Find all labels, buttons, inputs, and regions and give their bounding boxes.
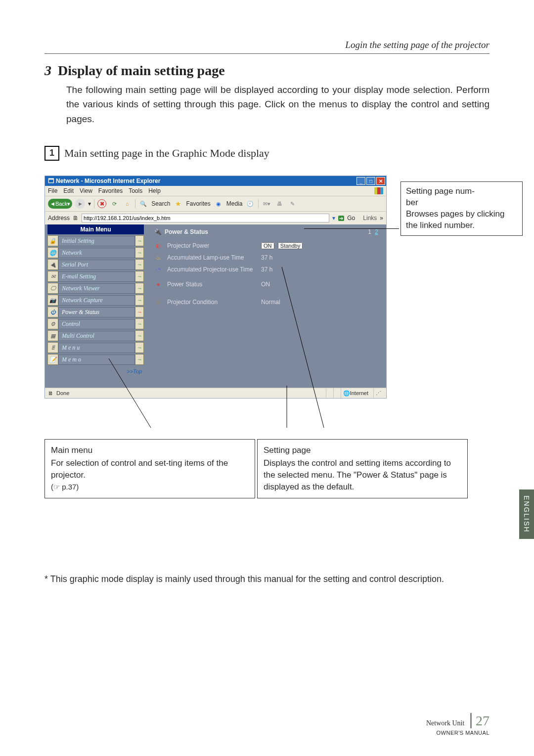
footer-subtitle: OWNER'S MANUAL bbox=[437, 730, 490, 736]
arrow-icon: → bbox=[135, 271, 144, 282]
menu-item-viewer[interactable]: 🖵 Network Viewer → bbox=[47, 283, 144, 294]
menu-edit[interactable]: Edit bbox=[63, 187, 74, 194]
arrow-icon: → bbox=[135, 318, 144, 329]
menu-item-label: Serial Port bbox=[58, 260, 135, 270]
menu-item-multi[interactable]: ▦ Multi Control → bbox=[47, 330, 144, 341]
on-button[interactable]: ON bbox=[261, 242, 274, 249]
search-icon[interactable]: 🔍 bbox=[138, 199, 148, 209]
favorites-icon[interactable]: ★ bbox=[173, 199, 183, 209]
standby-button[interactable]: Standby bbox=[278, 242, 303, 249]
row-power-status: ● Power Status ON bbox=[154, 281, 380, 288]
app-icon: 🗔 bbox=[48, 178, 54, 184]
menu-item-network[interactable]: 🌐 Network → bbox=[47, 247, 144, 258]
menu-item-label: M e m o bbox=[58, 355, 135, 365]
arrow-icon: → bbox=[135, 259, 144, 270]
media-label[interactable]: Media bbox=[226, 200, 243, 207]
browser-titlebar: 🗔 Network - Microsoft Internet Explorer … bbox=[45, 176, 386, 186]
intro-paragraph: The following main setting page will be … bbox=[66, 83, 490, 126]
page-header-caption: Login the setting page of the projector bbox=[44, 40, 490, 54]
browser-window: 🗔 Network - Microsoft Internet Explorer … bbox=[44, 176, 387, 399]
row-value: Normal bbox=[261, 299, 280, 306]
maximize-button[interactable]: □ bbox=[366, 177, 375, 185]
menu-item-label: Network bbox=[58, 248, 135, 258]
menu-item-control[interactable]: ⚙ Control → bbox=[47, 318, 144, 329]
edit-icon[interactable]: ✎ bbox=[287, 199, 297, 209]
search-label[interactable]: Search bbox=[151, 200, 170, 207]
sub-heading: 1 Main setting page in the Graphic Mode … bbox=[44, 146, 490, 161]
print-icon[interactable]: 🖶 bbox=[274, 199, 284, 209]
menu-item-menu[interactable]: 🎚 M e n u → bbox=[47, 342, 144, 353]
menu-file[interactable]: File bbox=[48, 187, 57, 194]
go-button[interactable]: ➔ bbox=[338, 216, 344, 221]
top-link[interactable]: >>Top bbox=[47, 366, 144, 374]
main-menu-title: Main Menu bbox=[47, 224, 144, 234]
menu-item-label: M e n u bbox=[58, 343, 135, 353]
menu-item-label: Multi Control bbox=[58, 331, 135, 341]
port-icon: 🔌 bbox=[47, 259, 58, 270]
page-2-link[interactable]: 2 bbox=[375, 228, 378, 235]
annot-title: Main menu bbox=[51, 445, 249, 456]
menu-item-serial[interactable]: 🔌 Serial Port → bbox=[47, 259, 144, 270]
row-label: Power Status bbox=[167, 281, 256, 288]
sub-heading-text: Main setting page in the Graphic Mode di… bbox=[64, 147, 269, 160]
arrow-icon: → bbox=[135, 354, 144, 365]
menu-help[interactable]: Help bbox=[148, 187, 161, 194]
home-button[interactable]: ⌂ bbox=[122, 199, 132, 209]
go-label: Go bbox=[347, 215, 355, 222]
annot-body: Displays the control and setting items a… bbox=[264, 458, 451, 491]
url-dropdown-icon[interactable]: ▾ bbox=[332, 215, 335, 222]
status-zone: 🌐 Internet bbox=[341, 388, 370, 398]
step-number: 3 bbox=[44, 63, 51, 78]
arrow-icon: → bbox=[135, 342, 144, 353]
menu-item-memo[interactable]: 📝 M e m o → bbox=[47, 354, 144, 365]
menu-item-initial[interactable]: 🔒 Initial Setting → bbox=[47, 235, 144, 246]
annotation-setting-page: Setting page Displays the control and se… bbox=[257, 439, 468, 498]
arrow-icon: → bbox=[135, 295, 144, 306]
links-label[interactable]: Links bbox=[363, 215, 377, 222]
back-button[interactable]: ◄ Back ▾ bbox=[48, 199, 72, 209]
main-menu-sidebar: Main Menu 🔒 Initial Setting → 🌐 Network … bbox=[45, 224, 146, 383]
menu-favorites[interactable]: Favorites bbox=[98, 187, 123, 194]
viewer-icon: 🖵 bbox=[47, 283, 58, 294]
zone-label: Internet bbox=[350, 390, 368, 396]
history-icon[interactable]: 🕘 bbox=[245, 199, 255, 209]
annotation-main-menu: Main menu For selection of control and s… bbox=[44, 439, 255, 498]
links-expand-icon[interactable]: » bbox=[380, 215, 383, 222]
menu-item-label: E-mail Setting bbox=[58, 271, 135, 282]
favorites-label[interactable]: Favorites bbox=[186, 200, 210, 207]
media-icon[interactable]: ◉ bbox=[214, 199, 223, 209]
menu-item-label: Control bbox=[58, 319, 135, 329]
arrow-icon: → bbox=[135, 330, 144, 341]
browser-menubar: File Edit View Favorites Tools Help bbox=[45, 186, 386, 196]
refresh-button[interactable]: ⟳ bbox=[109, 199, 119, 209]
lamp-icon: ♨ bbox=[154, 254, 162, 261]
menu-item-email[interactable]: ✉ E-mail Setting → bbox=[47, 271, 144, 282]
footer-title: Network Unit bbox=[426, 719, 464, 727]
menu-view[interactable]: View bbox=[80, 187, 92, 194]
done-icon: 🗎 bbox=[48, 390, 53, 396]
globe-icon: 🌐 bbox=[343, 390, 350, 397]
menu-item-label: Network Capture bbox=[58, 295, 135, 306]
menu-item-power[interactable]: ⏻ Power & Status → bbox=[47, 307, 144, 317]
close-button[interactable]: ✕ bbox=[376, 177, 385, 185]
row-proj-time: ◔ Accumulated Projector-use Time 37 h bbox=[154, 266, 380, 273]
menu-item-capture[interactable]: 📷 Network Capture → bbox=[47, 295, 144, 306]
clock-icon: ◔ bbox=[154, 266, 162, 273]
row-label: Accumulated Lamp-use Time bbox=[167, 254, 256, 261]
mail-icon[interactable]: ✉▾ bbox=[262, 199, 271, 209]
resize-grip-icon[interactable]: ⋰ bbox=[373, 388, 383, 398]
setting-panel: 🔌 Power & Status 1 2 ◐ Projector Power O… bbox=[146, 224, 386, 383]
section-title-text: Display of main setting page bbox=[54, 63, 225, 78]
menu-item-label: Initial Setting bbox=[58, 236, 135, 246]
minimize-button[interactable]: _ bbox=[356, 177, 365, 185]
address-bar: Address 🗎 ▾ ➔ Go Links » bbox=[45, 211, 386, 224]
url-input[interactable] bbox=[82, 214, 329, 222]
stop-button[interactable]: ✖ bbox=[97, 199, 106, 208]
panel-header: 🔌 Power & Status 1 2 bbox=[154, 228, 380, 235]
ie-flag-icon bbox=[374, 187, 383, 194]
panel-title: Power & Status bbox=[165, 228, 208, 235]
menu-tools[interactable]: Tools bbox=[129, 187, 142, 194]
page-number: 27 bbox=[470, 713, 490, 728]
forward-button[interactable]: ► bbox=[75, 199, 85, 209]
note-icon: 📝 bbox=[47, 354, 58, 365]
